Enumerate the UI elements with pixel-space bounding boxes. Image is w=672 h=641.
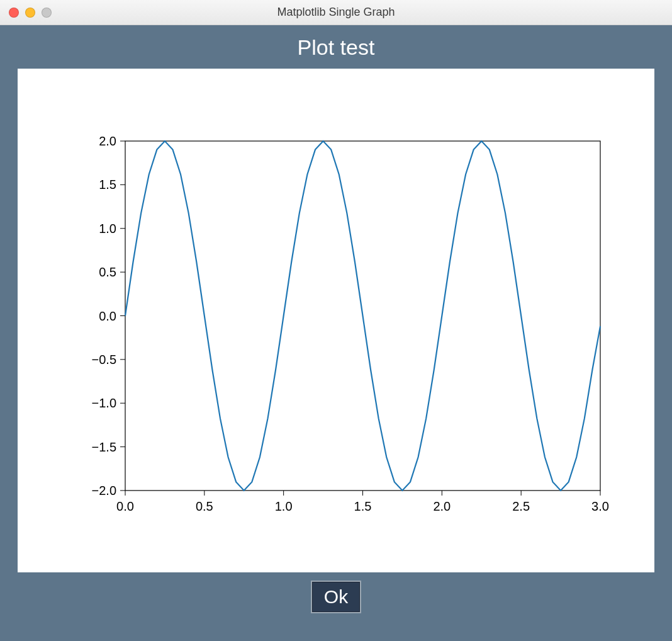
- y-tick-label: −1.0: [92, 396, 116, 410]
- x-tick-label: 1.0: [275, 499, 293, 513]
- x-tick-label: 1.5: [354, 499, 372, 513]
- y-tick-label: 0.5: [99, 265, 116, 279]
- x-tick-label: 2.0: [433, 499, 451, 513]
- plot-title: Plot test: [298, 35, 375, 60]
- traffic-lights: [0, 8, 52, 18]
- x-tick-label: 0.5: [196, 499, 213, 513]
- plot-panel: 0.00.51.01.52.02.53.0−2.0−1.5−1.0−0.50.0…: [18, 69, 654, 572]
- x-tick-label: 3.0: [591, 499, 609, 513]
- content-area: Plot test 0.00.51.01.52.02.53.0−2.0−1.5−…: [0, 25, 672, 641]
- y-tick-label: 2.0: [99, 134, 116, 148]
- app-window: Matplotlib Single Graph Plot test 0.00.5…: [0, 0, 672, 641]
- line-series: [125, 141, 600, 491]
- close-icon[interactable]: [9, 8, 19, 18]
- ok-button[interactable]: Ok: [311, 581, 361, 613]
- maximize-icon[interactable]: [42, 8, 52, 18]
- minimize-icon[interactable]: [25, 8, 35, 18]
- y-tick-label: −2.0: [92, 484, 116, 497]
- chart-svg: 0.00.51.01.52.02.53.0−2.0−1.5−1.0−0.50.0…: [53, 100, 619, 541]
- plot-inner: 0.00.51.01.52.02.53.0−2.0−1.5−1.0−0.50.0…: [53, 100, 619, 541]
- y-tick-label: 1.0: [99, 222, 116, 235]
- window-title: Matplotlib Single Graph: [0, 6, 672, 19]
- x-tick-label: 2.5: [512, 499, 530, 513]
- titlebar: Matplotlib Single Graph: [0, 0, 672, 25]
- y-tick-label: 1.5: [99, 178, 116, 191]
- y-tick-label: −1.5: [92, 440, 116, 454]
- y-tick-label: 0.0: [99, 309, 116, 323]
- y-tick-label: −0.5: [92, 353, 116, 366]
- x-tick-label: 0.0: [116, 499, 134, 513]
